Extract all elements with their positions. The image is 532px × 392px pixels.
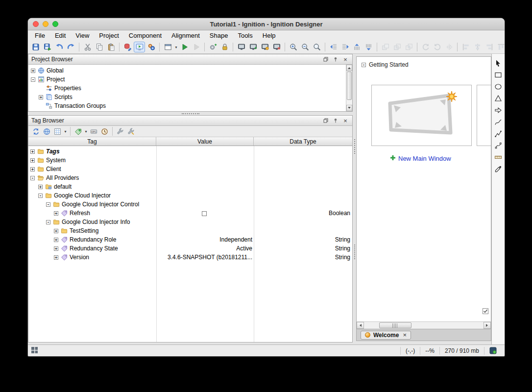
pin-panel-icon[interactable] bbox=[332, 56, 339, 63]
window-template-thumbnail[interactable] bbox=[371, 85, 472, 148]
copy-icon[interactable] bbox=[94, 42, 105, 52]
zoom-window-button[interactable] bbox=[52, 21, 58, 27]
tag-row[interactable]: +Redundancy RoleIndependentString bbox=[28, 235, 352, 244]
panel-splitter-horizontal[interactable] bbox=[28, 112, 353, 115]
lock-icon[interactable] bbox=[219, 42, 230, 52]
window-template-thumbnail-partial[interactable] bbox=[477, 85, 491, 148]
tag-grid-dropdown-icon[interactable]: ▾ bbox=[63, 129, 68, 134]
preview-mode-icon[interactable] bbox=[134, 42, 145, 52]
screen-plus-icon[interactable] bbox=[247, 42, 259, 52]
edit-tag-alt-icon[interactable] bbox=[126, 126, 136, 136]
project-browser-header[interactable]: Project Browser × bbox=[28, 54, 352, 65]
gateway-status-icon[interactable] bbox=[484, 347, 502, 355]
tag-row[interactable]: +RefreshBoolean bbox=[28, 209, 352, 218]
path-tool-icon[interactable] bbox=[493, 140, 504, 150]
tag-name-cell[interactable]: +default bbox=[28, 183, 156, 191]
collapse-section-icon[interactable]: - bbox=[362, 63, 366, 67]
paste-icon[interactable] bbox=[105, 42, 117, 52]
expand-toggle[interactable]: + bbox=[30, 167, 35, 172]
screen-project-icon[interactable] bbox=[236, 42, 247, 52]
expand-toggle[interactable]: - bbox=[46, 220, 50, 224]
column-header-value[interactable]: Value bbox=[156, 137, 254, 146]
zoom-out-icon[interactable] bbox=[299, 42, 311, 52]
gateway-gears-icon[interactable] bbox=[145, 42, 157, 52]
tag-name-cell[interactable]: -All Providers bbox=[28, 174, 156, 182]
save-icon[interactable] bbox=[30, 42, 41, 52]
tag-grid-icon[interactable] bbox=[52, 126, 63, 136]
add-tag-dropdown-icon[interactable]: ▾ bbox=[84, 129, 88, 134]
tag-name-cell[interactable]: +Redundancy Role bbox=[28, 236, 156, 244]
edit-tag-icon[interactable] bbox=[115, 126, 125, 136]
nav-back-icon[interactable] bbox=[53, 42, 65, 52]
close-window-button[interactable] bbox=[33, 21, 39, 27]
tag-row[interactable]: +default bbox=[28, 182, 352, 191]
expand-toggle[interactable]: + bbox=[54, 238, 58, 242]
float-panel-icon[interactable] bbox=[322, 117, 330, 124]
tag-history-icon[interactable] bbox=[99, 126, 110, 136]
scroll-thumb[interactable] bbox=[347, 72, 352, 100]
arrow-tool-icon[interactable] bbox=[493, 105, 504, 115]
tag-name-cell[interactable]: +Refresh bbox=[28, 210, 156, 217]
tag-row[interactable]: +Tags bbox=[28, 147, 352, 156]
screen-star-icon[interactable] bbox=[259, 42, 270, 52]
expand-toggle[interactable]: + bbox=[54, 211, 58, 216]
tag-value-checkbox[interactable] bbox=[202, 211, 207, 216]
menu-edit[interactable]: Edit bbox=[50, 32, 71, 39]
close-panel-icon[interactable]: × bbox=[341, 56, 349, 63]
tag-name-cell[interactable]: +System bbox=[28, 157, 156, 164]
expand-toggle[interactable]: - bbox=[31, 77, 35, 82]
expand-toggle[interactable]: + bbox=[30, 149, 35, 154]
zoom-in-icon[interactable] bbox=[288, 42, 299, 52]
translate-left-icon[interactable] bbox=[328, 42, 339, 52]
tag-row[interactable]: +TestSetting bbox=[28, 226, 352, 235]
play-preview-icon[interactable] bbox=[179, 42, 190, 52]
scroll-thumb[interactable] bbox=[379, 322, 411, 328]
polyline-tool-icon[interactable] bbox=[493, 128, 504, 139]
expand-toggle[interactable]: + bbox=[54, 255, 58, 260]
screen-x-icon[interactable] bbox=[271, 42, 282, 52]
menu-file[interactable]: File bbox=[30, 32, 50, 39]
tag-name-cell[interactable]: -Google Cloud Injector Control bbox=[28, 201, 156, 208]
pencil-tool-icon[interactable] bbox=[493, 117, 504, 127]
close-tab-icon[interactable]: × bbox=[403, 331, 407, 339]
tag-name-cell[interactable]: +Redundancy State bbox=[28, 245, 156, 252]
cut-icon[interactable] bbox=[82, 42, 93, 52]
translate-right-icon[interactable] bbox=[339, 42, 351, 52]
new-window-icon[interactable] bbox=[162, 42, 173, 52]
menu-alignment[interactable]: Alignment bbox=[167, 32, 205, 39]
project-tree-row[interactable]: +Global bbox=[30, 66, 352, 75]
expand-toggle[interactable]: + bbox=[38, 185, 43, 189]
tag-name-cell[interactable]: +Tags bbox=[28, 148, 156, 155]
expand-toggle[interactable]: + bbox=[54, 246, 58, 251]
panel-layout-icon[interactable] bbox=[31, 346, 38, 355]
menu-view[interactable]: View bbox=[71, 32, 94, 39]
expand-toggle[interactable]: + bbox=[39, 95, 43, 99]
title-bar[interactable]: Tutorial1 - Ignition - Ignition Designer bbox=[28, 18, 505, 30]
expand-toggle[interactable]: - bbox=[38, 194, 43, 198]
add-tag-icon[interactable] bbox=[73, 126, 83, 136]
project-tree-scrollbar[interactable] bbox=[346, 65, 352, 111]
tag-row[interactable]: +System bbox=[28, 156, 352, 165]
tag-row[interactable]: +Version3.4.6-SNAPSHOT (b20181211...Stri… bbox=[28, 253, 352, 262]
tag-name-cell[interactable]: -Google Cloud Injector bbox=[28, 192, 156, 199]
menu-help[interactable]: Help bbox=[258, 32, 281, 39]
db-pencil-icon[interactable] bbox=[122, 42, 133, 52]
menu-tools[interactable]: Tools bbox=[233, 32, 257, 39]
new-main-window-link[interactable]: New Main Window bbox=[390, 154, 451, 163]
zoom-fit-icon[interactable] bbox=[311, 42, 322, 52]
opc-tag-icon[interactable]: OPC bbox=[89, 126, 99, 136]
browse-globe-icon[interactable] bbox=[42, 126, 52, 136]
menu-shape[interactable]: Shape bbox=[205, 32, 233, 39]
menu-component[interactable]: Component bbox=[124, 32, 167, 39]
expand-toggle[interactable]: + bbox=[31, 69, 35, 73]
new-window-dropdown-icon[interactable]: ▾ bbox=[174, 45, 178, 49]
translate-down-icon[interactable] bbox=[363, 42, 374, 52]
tag-row[interactable]: -Google Cloud Injector Control bbox=[28, 200, 352, 209]
polygon-tool-icon[interactable] bbox=[493, 93, 504, 103]
measure-tool-icon[interactable] bbox=[493, 152, 504, 162]
refresh-icon[interactable] bbox=[31, 126, 41, 136]
eyedropper-tool-icon[interactable] bbox=[493, 164, 504, 174]
expand-toggle[interactable]: - bbox=[46, 202, 50, 207]
scroll-left-icon[interactable] bbox=[357, 322, 364, 329]
rectangle-tool-icon[interactable] bbox=[493, 70, 504, 80]
